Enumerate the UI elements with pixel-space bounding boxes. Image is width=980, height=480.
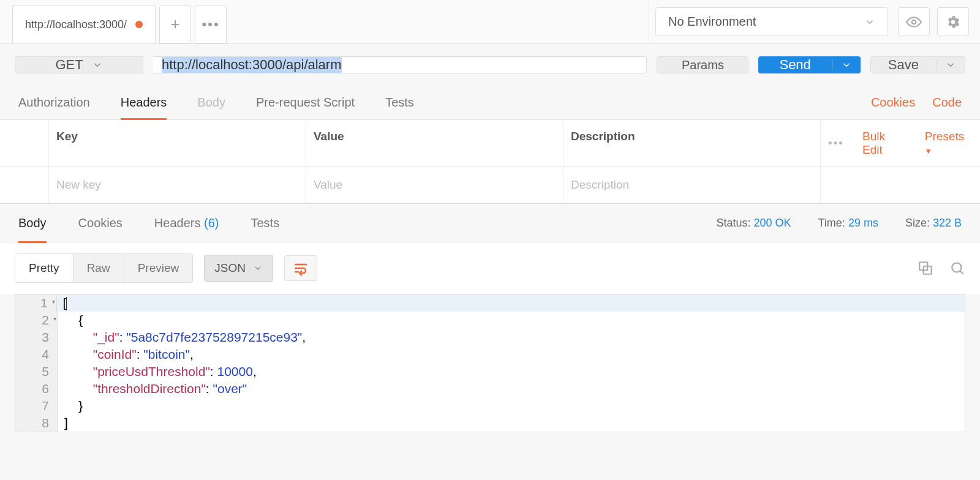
top-strip: http://localhost:3000/ + ••• No Environm… <box>0 0 980 44</box>
bulk-edit-link[interactable]: Bulk Edit <box>862 130 907 157</box>
url-text: http://localhost:3000/api/alarm <box>162 57 342 73</box>
headers-table-header: Key Value Description ••• Bulk Edit Pres… <box>0 120 980 167</box>
tab-authorization[interactable]: Authorization <box>18 96 90 110</box>
col-value: Value <box>306 120 564 167</box>
send-button[interactable]: Send <box>758 56 860 73</box>
search-icon <box>949 260 965 276</box>
mode-raw[interactable]: Raw <box>74 254 124 282</box>
new-value-input[interactable]: Value <box>306 167 564 203</box>
http-method-label: GET <box>55 57 83 73</box>
cookies-link[interactable]: Cookies <box>871 96 915 110</box>
wrap-lines-button[interactable] <box>284 255 317 281</box>
tab-headers[interactable]: Headers <box>121 96 167 120</box>
copy-button[interactable] <box>918 260 933 276</box>
send-dropdown[interactable] <box>832 59 861 70</box>
response-meta: Status: 200 OK Time: 29 ms Size: 322 B <box>716 217 962 230</box>
tab-options-button[interactable]: ••• <box>195 5 227 43</box>
save-dropdown[interactable] <box>936 59 965 70</box>
new-tab-button[interactable]: + <box>159 5 191 43</box>
copy-icon <box>918 260 933 276</box>
response-body[interactable]: 1▾[ 2▾ { 3 "_id": "5a8c7d7fe23752897215c… <box>15 294 965 432</box>
time-value: 29 ms <box>848 217 878 229</box>
params-button[interactable]: Params <box>657 56 748 73</box>
fold-icon[interactable]: ▾ <box>52 298 55 305</box>
tab-prerequest[interactable]: Pre-request Script <box>256 96 355 110</box>
headers-more-icon[interactable]: ••• <box>828 137 844 150</box>
fold-icon[interactable]: ▾ <box>53 315 56 322</box>
caret-down-icon: ▼ <box>925 147 932 156</box>
resp-tab-cookies[interactable]: Cookies <box>78 216 123 230</box>
unsaved-dot-icon <box>135 21 143 28</box>
tab-tests[interactable]: Tests <box>385 96 414 110</box>
eye-icon <box>906 14 922 30</box>
code-link[interactable]: Code <box>932 96 962 110</box>
wrap-icon <box>293 261 308 276</box>
status-value: 200 OK <box>753 217 791 229</box>
request-tab[interactable]: http://localhost:3000/ <box>12 5 156 43</box>
environment-preview-button[interactable] <box>898 7 930 36</box>
chevron-down-icon <box>253 263 263 273</box>
view-mode-segment: Pretty Raw Preview <box>15 253 193 283</box>
resp-tab-headers[interactable]: Headers (6) <box>154 216 219 230</box>
chevron-down-icon <box>841 59 852 70</box>
new-key-input[interactable]: New key <box>49 167 306 203</box>
chevron-down-icon <box>864 17 875 28</box>
presets-link[interactable]: Presets ▼ <box>925 130 973 157</box>
chevron-down-icon <box>92 59 103 70</box>
request-row: GET http://localhost:3000/api/alarm Para… <box>0 44 980 86</box>
col-description: Description <box>564 120 821 167</box>
request-subtabs: Authorization Headers Body Pre-request S… <box>0 86 980 120</box>
gear-icon <box>945 14 961 30</box>
environment-label: No Environment <box>668 15 756 29</box>
search-button[interactable] <box>949 260 965 276</box>
tab-body[interactable]: Body <box>197 96 225 110</box>
response-body-toolbar: Pretty Raw Preview JSON <box>0 242 980 294</box>
svg-line-6 <box>960 271 963 274</box>
request-tab-title: http://localhost:3000/ <box>25 18 127 31</box>
svg-point-5 <box>952 263 961 272</box>
format-selector[interactable]: JSON <box>204 255 273 282</box>
headers-new-row: New key Value Description <box>0 167 980 203</box>
save-button[interactable]: Save <box>870 56 965 73</box>
svg-point-0 <box>912 20 916 24</box>
response-tabs: Body Cookies Headers (6) Tests Status: 2… <box>0 203 980 242</box>
mode-preview[interactable]: Preview <box>124 254 193 282</box>
url-input[interactable]: http://localhost:3000/api/alarm <box>153 56 647 73</box>
new-description-input[interactable]: Description <box>564 167 821 203</box>
resp-tab-body[interactable]: Body <box>18 216 47 243</box>
settings-button[interactable] <box>937 7 969 36</box>
http-method-selector[interactable]: GET <box>15 56 143 73</box>
chevron-down-icon <box>945 59 956 70</box>
resp-tab-tests[interactable]: Tests <box>251 216 279 230</box>
col-key: Key <box>49 120 306 167</box>
size-value: 322 B <box>933 217 962 229</box>
environment-selector[interactable]: No Environment <box>655 7 888 36</box>
mode-pretty[interactable]: Pretty <box>15 254 74 282</box>
